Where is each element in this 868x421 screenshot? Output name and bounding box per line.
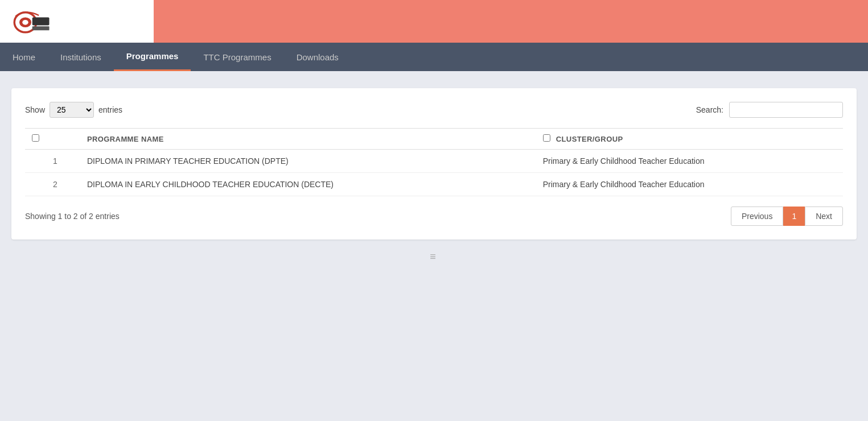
table-header: PROGRAMME NAME CLUSTER/GROUP xyxy=(25,129,843,150)
showing-text: Showing 1 to 2 of 2 entries xyxy=(25,212,120,221)
show-label: Show xyxy=(25,105,45,114)
main-nav: Home Institutions Programmes TTC Program… xyxy=(0,43,868,71)
page-1-button[interactable]: 1 xyxy=(783,207,805,226)
cluster-group-header: CLUSTER/GROUP xyxy=(536,129,843,150)
table-row: 1 DIPLOMA IN PRIMARY TEACHER EDUCATION (… xyxy=(25,150,843,173)
num-header xyxy=(46,129,80,150)
logo-area xyxy=(0,0,154,43)
header-color-bar xyxy=(154,0,868,43)
show-entries-control: Show 10 25 50 100 entries xyxy=(25,102,122,118)
previous-button[interactable]: Previous xyxy=(731,207,783,226)
header-banner xyxy=(0,0,868,43)
pagination-buttons: Previous 1 Next xyxy=(731,207,843,226)
svg-rect-4 xyxy=(32,26,50,30)
controls-row: Show 10 25 50 100 entries Search: xyxy=(25,102,843,118)
search-label: Search: xyxy=(696,105,723,114)
row-cluster-2: Primary & Early Childhood Teacher Educat… xyxy=(536,173,843,196)
pagination-row: Showing 1 to 2 of 2 entries Previous 1 N… xyxy=(25,207,843,226)
row-num-2: 2 xyxy=(46,173,80,196)
svg-point-2 xyxy=(22,20,28,25)
programme-name-header: PROGRAMME NAME xyxy=(80,129,536,150)
nav-downloads[interactable]: Downloads xyxy=(284,43,351,71)
row-cluster-1: Primary & Early Childhood Teacher Educat… xyxy=(536,150,843,173)
row-checkbox-cell-2 xyxy=(25,173,46,196)
nav-programmes[interactable]: Programmes xyxy=(114,43,191,71)
scroll-hint: ≡ xyxy=(11,251,857,263)
row-checkbox-cell-1 xyxy=(25,150,46,173)
entries-label: entries xyxy=(98,105,122,114)
entries-select[interactable]: 10 25 50 100 xyxy=(50,102,94,118)
page-content: Show 10 25 50 100 entries Search: xyxy=(0,71,868,401)
logo-icon xyxy=(11,6,51,37)
row-programme-1: DIPLOMA IN PRIMARY TEACHER EDUCATION (DP… xyxy=(80,150,536,173)
table-card: Show 10 25 50 100 entries Search: xyxy=(11,88,857,240)
nav-institutions[interactable]: Institutions xyxy=(48,43,114,71)
table-row: 2 DIPLOMA IN EARLY CHILDHOOD TEACHER EDU… xyxy=(25,173,843,196)
select-all-checkbox[interactable] xyxy=(32,134,39,142)
search-input[interactable] xyxy=(729,102,843,118)
row-programme-2: DIPLOMA IN EARLY CHILDHOOD TEACHER EDUCA… xyxy=(80,173,536,196)
programmes-table: PROGRAMME NAME CLUSTER/GROUP 1 DIPLOMA I… xyxy=(25,128,843,196)
next-button[interactable]: Next xyxy=(805,207,843,226)
table-body: 1 DIPLOMA IN PRIMARY TEACHER EDUCATION (… xyxy=(25,150,843,196)
checkbox-header-col xyxy=(25,129,46,150)
search-area: Search: xyxy=(696,102,843,118)
svg-rect-3 xyxy=(32,18,50,26)
nav-home[interactable]: Home xyxy=(0,43,48,71)
nav-ttc-programmes[interactable]: TTC Programmes xyxy=(191,43,283,71)
row-num-1: 1 xyxy=(46,150,80,173)
cluster-sort-checkbox[interactable] xyxy=(543,134,550,142)
